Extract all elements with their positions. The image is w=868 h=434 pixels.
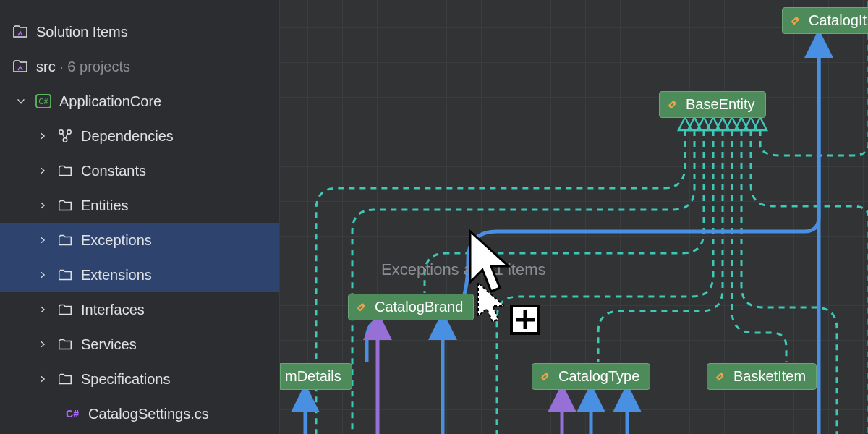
diagram-node-catalogit[interactable]: CatalogIt <box>782 7 868 34</box>
node-label: BaseEntity <box>686 96 755 113</box>
node-label: CatalogType <box>558 368 639 385</box>
csharp-file-icon: C# <box>64 405 81 422</box>
folder-icon <box>56 197 74 214</box>
diagram-node-catalogtype[interactable]: CatalogType <box>532 363 650 390</box>
chevron-right-icon[interactable] <box>36 166 49 175</box>
chevron-down-icon[interactable] <box>14 96 27 106</box>
class-icon <box>667 98 680 111</box>
svg-text:C#: C# <box>39 98 48 106</box>
tree-item-entities[interactable]: Entities <box>0 188 279 223</box>
tree-label: ApplicationCore <box>59 93 161 110</box>
tree-label: src · 6 projects <box>36 59 130 75</box>
tree-item-src[interactable]: src · 6 projects <box>0 49 279 84</box>
tree-label: Solution Items <box>36 24 128 41</box>
tree-item-dependencies[interactable]: Dependencies <box>0 119 279 153</box>
chevron-right-icon[interactable] <box>36 375 49 383</box>
diagram-node-mdetails[interactable]: mDetails <box>280 363 352 390</box>
node-label: BasketItem <box>733 368 806 385</box>
chevron-right-icon[interactable] <box>36 340 49 349</box>
tree-item-interfaces[interactable]: Interfaces <box>0 292 279 327</box>
project-tree[interactable]: Solution Items src · 6 projects C# Appli… <box>0 0 279 434</box>
diagram-node-catalogbrand[interactable]: CatalogBrand <box>348 294 474 320</box>
tree-label: Exceptions <box>81 232 152 249</box>
class-icon <box>715 370 728 383</box>
tree-item-exceptions[interactable]: Exceptions <box>0 223 279 258</box>
tree-label: Specifications <box>81 371 170 388</box>
csharp-project-icon: C# <box>35 93 52 110</box>
folder-icon <box>56 162 74 179</box>
tree-label: Extensions <box>81 267 152 284</box>
tree-item-solution-items[interactable]: Solution Items <box>0 14 279 49</box>
tree-label: Dependencies <box>81 128 174 145</box>
tree-label: Interfaces <box>81 302 145 318</box>
diagram-node-basketitem[interactable]: BasketItem <box>707 363 817 390</box>
drag-cursor-icon <box>467 228 546 340</box>
tree-item-applicationcore[interactable]: C# ApplicationCore <box>0 84 279 119</box>
class-icon <box>790 14 803 27</box>
folder-icon <box>56 266 74 284</box>
svg-point-4 <box>63 138 67 142</box>
folder-icon <box>56 231 74 249</box>
class-icon <box>356 301 369 314</box>
tree-label: Constants <box>81 163 146 179</box>
chevron-right-icon[interactable] <box>36 132 49 140</box>
svg-rect-5 <box>511 306 539 333</box>
node-label: mDetails <box>285 368 341 385</box>
drag-ghost-label: Exceptions and 1 items <box>381 260 545 279</box>
dependencies-icon <box>56 127 74 145</box>
folder-icon <box>56 301 74 318</box>
node-label: CatalogBrand <box>375 299 463 315</box>
tree-item-catalogsettings-cs[interactable]: C# CatalogSettings.cs <box>0 396 279 431</box>
chevron-right-icon[interactable] <box>36 236 49 244</box>
tree-item-services[interactable]: Services <box>0 327 279 362</box>
class-icon <box>540 370 553 383</box>
folder-icon <box>56 370 74 388</box>
folder-src-icon <box>12 58 29 75</box>
diagram-node-baseentity[interactable]: BaseEntity <box>659 91 766 118</box>
tree-label: CatalogSettings.cs <box>88 406 209 422</box>
tree-item-constants[interactable]: Constants <box>0 153 279 188</box>
tree-item-extensions[interactable]: Extensions <box>0 258 279 292</box>
diagram-canvas[interactable]: Exceptions and 1 items BaseEntity Catalo… <box>279 0 868 434</box>
chevron-right-icon[interactable] <box>36 305 49 314</box>
tree-label: Services <box>81 336 137 353</box>
chevron-right-icon[interactable] <box>36 271 49 279</box>
node-label: CatalogIt <box>809 12 867 29</box>
folder-icon <box>56 336 74 353</box>
chevron-right-icon[interactable] <box>36 201 49 210</box>
tree-label: Entities <box>81 197 129 214</box>
tree-item-specifications[interactable]: Specifications <box>0 362 279 396</box>
folder-solution-icon <box>12 23 29 41</box>
